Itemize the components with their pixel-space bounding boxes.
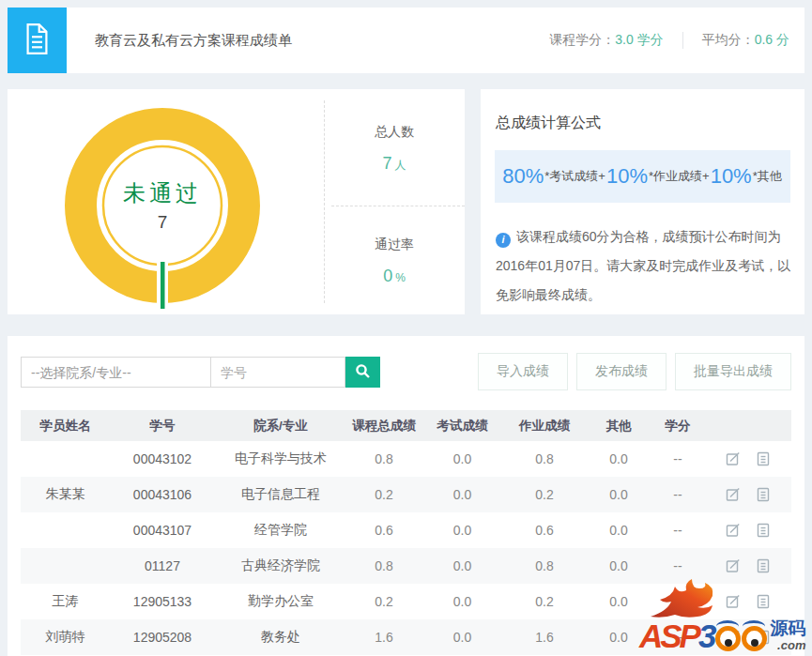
formula-label: *考试成绩+ [544,168,605,185]
watermark-domain: .com [777,639,805,652]
row-actions [704,523,791,538]
formula-label: *其他 [753,168,782,185]
course-credit-label: 课程学分： [549,32,615,47]
cell-total: 0.2 [346,594,421,609]
cell-total: 0.6 [346,523,421,538]
cell-credit: -- [651,523,704,538]
cell-name: 刘萌特 [21,629,110,646]
cell-exam: 0.0 [421,630,503,645]
import-grades-button[interactable]: 导入成绩 [478,353,568,390]
cell-name: 朱某某 [21,486,110,503]
header-metrics: 课程学分：3.0 学分 平均分：0.6 分 [549,8,789,73]
pass-rate-value: 0% [383,267,406,286]
column-header: 考试成绩 [421,418,503,435]
pass-donut-chart: 未通过 7 [40,100,284,313]
cell-other: 0.0 [586,523,651,538]
student-id-input[interactable] [210,357,345,388]
publish-grades-button[interactable]: 发布成绩 [576,353,666,390]
search-button[interactable] [345,357,380,388]
cell-dept: 电子科学与技术 [215,450,346,467]
cell-sid: 00043106 [110,487,215,502]
formula-percent: 80% [502,164,544,189]
cell-sid: 00043102 [110,451,215,466]
cell-homework: 0.8 [503,558,586,573]
table-header-row: 学员姓名学号院系/专业课程总成绩考试成绩作业成绩其他学分 [21,410,791,441]
info-icon: i [496,233,511,248]
row-actions [704,487,791,502]
export-grades-button[interactable]: 批量导出成绩 [675,353,791,390]
cell-exam: 0.0 [421,523,503,538]
stats-panel: 总人数 7人 通过率 0% [324,89,465,314]
edit-score-icon[interactable] [726,487,741,502]
cell-other: 0.0 [586,451,651,466]
total-students-label: 总人数 [375,124,414,141]
grade-notice: i该课程成绩60分为合格，成绩预计公布时间为2016年01月07日。请大家及时完… [496,222,796,310]
pass-rate-stat: 通过率 0% [324,207,465,314]
cell-dept: 古典经济学院 [215,557,346,574]
cell-homework: 0.6 [503,523,586,538]
cell-exam: 0.0 [421,594,503,609]
edit-score-icon[interactable] [726,451,741,466]
table-row: 00043107经管学院0.60.00.60.0-- [21,512,791,548]
average-score-value: 0.6 分 [755,32,789,47]
cell-sid: 00043107 [110,523,215,538]
total-students-stat: 总人数 7人 [324,95,465,202]
summary-card: 未通过 7 总人数 7人 通过率 0% [8,89,465,314]
column-header: 其他 [586,418,651,435]
average-score: 平均分：0.6 分 [702,32,789,49]
table-row: 00043102电子科学与技术0.80.00.80.0-- [21,441,791,477]
table-row: 朱某某00043106电子信息工程0.20.00.20.0-- [21,477,791,512]
report-icon[interactable] [757,558,770,573]
cell-total: 0.2 [346,487,421,502]
cell-total: 0.8 [346,558,421,573]
page-title: 教育云及私有云方案课程成绩单 [95,8,292,73]
cell-dept: 教务处 [215,629,346,646]
cell-homework: 0.2 [503,487,586,502]
cell-sid: 12905208 [110,630,215,645]
cell-homework: 0.2 [503,594,586,609]
cell-dept: 勤学办公室 [215,593,346,610]
stats-horizontal-divider [331,206,465,206]
column-header: 学员姓名 [21,418,110,435]
department-select[interactable]: --选择院系/专业-- [21,357,211,388]
transcript-badge [8,8,67,73]
pass-rate-label: 通过率 [375,236,414,253]
report-icon[interactable] [757,451,770,466]
cell-exam: 0.0 [421,558,503,573]
edit-score-icon[interactable] [726,558,741,573]
report-icon[interactable] [757,487,770,502]
course-credit: 课程学分：3.0 学分 [549,32,663,49]
cell-dept: 经管学院 [215,522,346,539]
formula-title: 总成绩计算公式 [496,114,601,133]
cell-homework: 0.8 [503,451,586,466]
cell-credit: -- [651,487,704,502]
cell-total: 1.6 [346,630,421,645]
cell-name: 王涛 [21,593,110,610]
cell-other: 0.0 [586,487,651,502]
edit-score-icon[interactable] [726,523,741,538]
asp300-watermark: ASP 3 源码 .com [639,577,810,656]
watermark-3: 3 [698,619,714,652]
flame-icon [647,577,733,622]
grade-formula: 80%*考试成绩+10%*作业成绩+10%*其他 [495,150,790,203]
course-credit-value: 3.0 学分 [615,32,663,47]
cell-exam: 0.0 [421,451,503,466]
row-actions [704,451,791,466]
cell-exam: 0.0 [421,487,503,502]
column-header: 学分 [651,418,704,435]
metric-divider [682,32,683,49]
watermark-o-icon [715,626,741,651]
column-header: 学号 [110,418,215,435]
average-score-label: 平均分： [702,32,755,47]
column-header: 作业成绩 [503,418,586,435]
formula-percent: 10% [711,164,752,189]
report-icon[interactable] [757,523,770,538]
cell-credit: -- [651,451,704,466]
header-card: 教育云及私有云方案课程成绩单 课程学分：3.0 学分 平均分：0.6 分 [8,8,804,73]
cell-credit: -- [651,558,704,573]
cell-sid: 12905133 [110,594,215,609]
cell-total: 0.8 [346,451,421,466]
watermark-suffix: 源码 [770,619,805,639]
formula-percent: 10% [606,164,648,189]
column-header: 课程总成绩 [346,418,421,435]
